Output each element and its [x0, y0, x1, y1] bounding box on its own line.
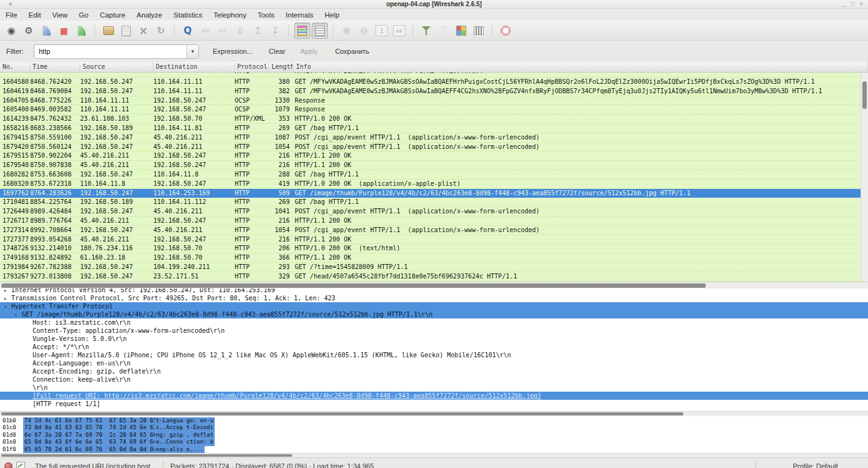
detail-line[interactable]: Content-Type: application/x-www-form-url… [0, 327, 868, 335]
scrollbar-thumb[interactable] [1, 412, 683, 415]
minimize-window-icon[interactable]: _ [843, 1, 846, 7]
open-file-button[interactable] [100, 23, 116, 39]
preferences-button[interactable] [471, 23, 487, 39]
details-horizontal-scrollbar[interactable] [0, 411, 868, 416]
close-window-icon[interactable]: × [860, 1, 863, 7]
table-row[interactable]: 17273148992.708664192.168.50.24745.40.21… [0, 226, 868, 235]
table-row[interactable]: 16794208750.560124192.168.50.24745.40.21… [0, 143, 868, 152]
detail-line-link[interactable]: [Full request URI: http://is3.mzstatic.c… [0, 392, 868, 400]
hex-row[interactable]: 01b074 2d 4c 61 6e 67 75 61 67 65 3a 20 … [0, 417, 868, 424]
expression-button[interactable]: Expression... [209, 46, 257, 57]
column-header-time[interactable]: Time [30, 62, 80, 72]
go-forward-button[interactable]: ⇨ [215, 23, 231, 39]
expert-info-icon[interactable] [4, 462, 13, 468]
table-row[interactable]: 17264498989.426484192.168.50.24745.40.21… [0, 207, 868, 216]
menu-internals[interactable]: Internals [286, 11, 314, 19]
column-header-info[interactable]: Info [294, 62, 868, 72]
start-capture-button[interactable] [38, 23, 54, 39]
status-profile[interactable]: Profile: Default [763, 462, 868, 468]
table-row[interactable]: 16803208753.672318110.164.11.8192.168.50… [0, 180, 868, 189]
hex-row[interactable]: 01e065 0d 0a 43 6f 6e 6e 65 63 74 69 6f … [0, 439, 868, 445]
colorize-packets-button[interactable] [294, 23, 310, 39]
scrollbar-thumb[interactable] [1, 454, 292, 457]
table-row[interactable]: 16802828753.663608192.168.50.247110.164.… [0, 170, 868, 180]
save-filter-button[interactable]: Сохранить [331, 46, 373, 57]
menu-edit[interactable]: Edit [29, 11, 41, 19]
menu-capture[interactable]: Capture [100, 11, 125, 19]
detail-line[interactable]: ▸Transmission Control Protocol, Src Port… [0, 294, 868, 302]
table-row-clipped-top[interactable]: HTTPHTTP/1.1 413 Request Entity Too Larg… [0, 73, 868, 78]
table-row[interactable]: 16047058468.775226110.164.11.11192.168.5… [0, 96, 868, 106]
table-row[interactable]: 17919849267.782388192.168.50.247104.199.… [0, 263, 868, 272]
detail-line[interactable]: Host: is3.mzstatic.com\r\n [0, 318, 868, 327]
close-file-button[interactable]: × [135, 23, 151, 39]
filter-input[interactable] [34, 45, 186, 58]
menu-go[interactable]: Go [79, 11, 88, 19]
list-interfaces-button[interactable]: ◉ [3, 23, 19, 39]
capture-filter-button[interactable] [418, 23, 434, 39]
table-row[interactable]: 17104818854.225764192.168.50.189110.164.… [0, 198, 868, 207]
menu-file[interactable]: File [6, 11, 18, 19]
table-row[interactable]: 16794158750.559100192.168.50.24745.40.21… [0, 133, 868, 143]
hex-row[interactable]: 01d06e 67 3a 20 67 7a 69 70 2c 20 64 65 … [0, 432, 868, 439]
find-packet-button[interactable]: Q [180, 23, 196, 39]
column-header-destination[interactable]: Destination [153, 62, 235, 72]
table-row[interactable]: 16045808468.762420192.168.50.247110.164.… [0, 78, 868, 87]
expander-icon[interactable]: ▸ [14, 311, 22, 319]
detail-line[interactable]: Accept-Encoding: gzip, deflate\r\n [0, 367, 868, 375]
go-back-button[interactable]: ⇦ [197, 23, 213, 39]
go-to-packet-button[interactable]: ⇩ [232, 23, 248, 39]
detail-line[interactable]: ▸Internet Protocol Version 4, Src: 192.1… [0, 288, 868, 294]
autoscroll-live-button[interactable] [312, 23, 328, 39]
table-row[interactable]: 16046198468.769084192.168.50.247110.164.… [0, 87, 868, 96]
restart-capture-button[interactable] [73, 23, 89, 39]
reload-file-button[interactable]: ↻ [153, 23, 169, 39]
bytes-horizontal-scrollbar[interactable] [0, 453, 868, 457]
menu-statistics[interactable]: Statistics [173, 11, 202, 19]
menu-tools[interactable]: Tools [258, 11, 275, 19]
table-row[interactable]: 16795408750.90783845.40.216.211192.168.5… [0, 161, 868, 170]
scrollbar-thumb[interactable] [862, 81, 867, 109]
menu-telephony[interactable]: Telephony [213, 11, 246, 19]
help-button[interactable] [498, 23, 514, 39]
capture-options-button[interactable]: ⚙ [21, 23, 37, 39]
hex-row[interactable]: 01f065 65 70 2d 61 6c 69 76 65 0d 0a 0d … [0, 446, 868, 453]
menu-view[interactable]: View [52, 11, 68, 19]
packet-list-vertical-scrollbar[interactable] [860, 73, 868, 282]
column-header-source[interactable]: Source [80, 62, 153, 72]
zoom-in-button[interactable]: ⊕ [339, 23, 355, 39]
clear-button[interactable]: Clear [265, 46, 289, 57]
detail-line[interactable]: User-Agent: Mozilla/5.0 (iPhone; CPU iPh… [0, 351, 868, 359]
capture-comment-icon[interactable] [16, 462, 25, 468]
hex-row[interactable]: 01c073 0d 0a 41 63 63 65 70 74 2d 45 6e … [0, 424, 868, 431]
filter-dropdown-button[interactable]: ▼ [186, 45, 198, 58]
menu-help[interactable]: Help [325, 11, 340, 19]
resize-columns-button[interactable]: ⇔ [391, 23, 407, 39]
table-row[interactable]: 17267178989.77676445.40.216.211192.168.5… [0, 216, 868, 226]
column-header-no[interactable]: No. [0, 62, 30, 72]
zoom-normal-button[interactable]: 1 [374, 23, 390, 39]
go-to-top-button[interactable]: ↥ [250, 23, 266, 39]
coloring-rules-button[interactable] [453, 23, 469, 39]
display-filter-button[interactable] [436, 23, 452, 39]
detail-line[interactable]: ▸GET /image/thumb/Purple128/v4/4b/c2/63/… [0, 310, 868, 318]
packet-list-horizontal-scrollbar[interactable] [0, 282, 868, 288]
detail-line[interactable]: Connection: keep-alive\r\n [0, 375, 868, 384]
table-row[interactable]: 16054008469.003582110.164.11.11192.168.5… [0, 105, 868, 114]
detail-line[interactable]: ▾Hypertext Transfer Protocol [0, 302, 868, 310]
apply-button[interactable]: Apply [297, 46, 322, 57]
detail-line[interactable]: Accept: */*\r\n [0, 343, 868, 351]
save-file-button[interactable] [118, 23, 134, 39]
table-row[interactable]: 16142398475.76243223.61.108.103192.168.5… [0, 114, 868, 124]
table-row[interactable]: 17491689132.82489261.160.23.18192.168.50… [0, 253, 868, 263]
detail-line[interactable]: \r\n [0, 384, 868, 392]
detail-line[interactable]: [HTTP request 1/1] [0, 400, 868, 408]
detail-line[interactable]: Vungle-Version: 5.0.0\r\n [0, 335, 868, 343]
column-header-length[interactable]: Length [269, 62, 294, 72]
maximize-window-icon[interactable]: □ [851, 1, 854, 7]
scrollbar-thumb[interactable] [1, 283, 706, 288]
expander-icon[interactable]: ▾ [4, 303, 11, 311]
table-row[interactable]: 17487269132.214010180.76.234.116192.168.… [0, 244, 868, 253]
table-row[interactable]: 16795158750.90220445.40.216.211192.168.5… [0, 151, 868, 161]
detail-line[interactable]: Accept-Language: en-us\r\n [0, 359, 868, 367]
